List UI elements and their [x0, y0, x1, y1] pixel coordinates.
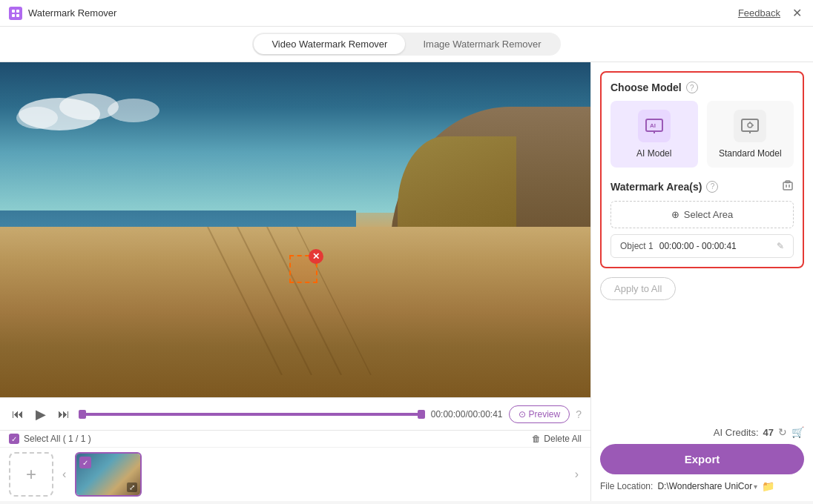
thumbnail-expand-icon: ⤢	[127, 483, 137, 492]
delete-all-label: Delete All	[544, 434, 582, 444]
preview-button[interactable]: ⊙ Preview	[509, 405, 570, 423]
svg-text:AI: AI	[650, 122, 656, 129]
tab-bar: Video Watermark Remover Image Watermark …	[0, 27, 813, 62]
tab-video-watermark[interactable]: Video Watermark Remover	[254, 34, 405, 54]
choose-model-title: Choose Model	[610, 82, 682, 93]
refresh-credits-icon[interactable]: ↻	[778, 426, 787, 438]
video-controls: ⏮ ▶ ⏭ 00:00:00/00:00:41 ⊙ Preview ?	[0, 397, 590, 430]
watermark-areas-header: Watermark Area(s) ?	[610, 179, 794, 193]
export-button[interactable]: Export	[600, 444, 804, 474]
main-content: ✕ ⏮ ▶ ⏭ 00:00:00/00:00:41 ⊙ Preview ?	[0, 62, 813, 501]
progress-container	[79, 413, 425, 416]
file-location-row: File Location: D:\Wondershare UniCor ▾ 📁	[600, 480, 804, 492]
file-location-label: File Location:	[600, 481, 653, 491]
svg-rect-1	[16, 10, 19, 13]
ai-credits-number: 47	[763, 427, 774, 438]
file-path-text: D:\Wondershare UniCor	[657, 481, 752, 491]
progress-track[interactable]	[79, 413, 425, 416]
strip-top-row: ✓ Select All ( 1 / 1 ) 🗑 Delete All	[0, 431, 590, 448]
title-bar-right: Feedback ✕	[738, 6, 804, 21]
apply-to-all-button[interactable]: Apply to All	[600, 277, 676, 300]
delete-all-button[interactable]: 🗑 Delete All	[532, 434, 582, 444]
select-area-button[interactable]: ⊕ Select Area	[610, 201, 794, 228]
watermark-header-left: Watermark Area(s) ?	[610, 181, 718, 193]
title-bar: Watermark Remover Feedback ✕	[0, 0, 813, 27]
strip-nav-right[interactable]: ›	[572, 466, 582, 483]
close-button[interactable]: ✕	[789, 6, 804, 21]
svg-line-10	[267, 227, 341, 375]
svg-rect-22	[783, 182, 792, 190]
delete-all-icon: 🗑	[532, 434, 541, 444]
path-dropdown-icon[interactable]: ▾	[754, 483, 757, 491]
svg-point-6	[16, 107, 58, 129]
file-path: D:\Wondershare UniCor ▾	[657, 481, 757, 491]
title-bar-left: Watermark Remover	[9, 7, 116, 20]
watermark-selection-box[interactable]: ✕	[289, 255, 317, 283]
file-strip: ✓ Select All ( 1 / 1 ) 🗑 Delete All + ‹ …	[0, 430, 590, 501]
preview-icon: ⊙	[519, 409, 526, 420]
standard-model-card[interactable]: Standard Model	[707, 101, 794, 168]
ai-model-icon: AI	[638, 110, 671, 142]
thumbnail-checkbox[interactable]: ✓	[79, 457, 91, 468]
ai-model-card[interactable]: AI AI Model	[610, 101, 698, 168]
svg-rect-3	[16, 14, 19, 17]
object-time: 00:00:00 - 00:00:41	[659, 241, 771, 251]
spacer	[600, 309, 804, 417]
svg-rect-2	[12, 14, 15, 17]
tab-image-watermark[interactable]: Image Watermark Remover	[405, 34, 559, 54]
bottom-right: AI Credits: 47 ↻ 🛒 Export File Location:…	[600, 426, 804, 492]
standard-model-label: Standard Model	[719, 148, 782, 159]
beach-tracks	[148, 227, 401, 375]
ai-model-label: AI Model	[636, 148, 671, 159]
watermark-areas-help[interactable]: ?	[706, 181, 718, 193]
select-all-label: Select All ( 1 / 1 )	[24, 434, 91, 444]
progress-fill	[79, 413, 425, 416]
preview-label: Preview	[529, 409, 561, 420]
prev-frame-button[interactable]: ⏮	[9, 406, 27, 422]
open-folder-icon[interactable]: 📁	[762, 480, 774, 492]
object-label: Object 1	[620, 241, 654, 251]
select-all-control[interactable]: ✓ Select All ( 1 / 1 )	[9, 434, 91, 444]
add-file-button[interactable]: +	[9, 452, 53, 497]
model-options: AI AI Model	[610, 101, 794, 168]
strip-nav-left[interactable]: ‹	[59, 466, 69, 483]
feedback-link[interactable]: Feedback	[738, 7, 780, 19]
next-frame-button[interactable]: ⏭	[55, 406, 73, 422]
progress-thumb-right[interactable]	[418, 410, 425, 419]
video-overlay: ✕	[0, 62, 590, 397]
svg-rect-16	[742, 119, 758, 131]
thumbnail-item[interactable]: ✓ ⤢	[75, 452, 142, 497]
strip-bottom-row: + ‹ ✓ ⤢ ›	[0, 448, 590, 501]
svg-line-8	[208, 227, 282, 375]
edit-time-icon[interactable]: ✎	[777, 241, 784, 251]
watermark-remove-icon[interactable]: ✕	[309, 249, 323, 264]
watermark-areas-title: Watermark Area(s)	[610, 181, 702, 193]
model-watermark-section: Choose Model ? AI AI Model	[600, 71, 804, 268]
time-display: 00:00:00/00:00:41	[431, 409, 503, 420]
play-button[interactable]: ▶	[33, 405, 49, 424]
clouds	[15, 84, 163, 144]
progress-thumb-left[interactable]	[79, 410, 86, 419]
app-title: Watermark Remover	[28, 7, 116, 19]
svg-line-9	[237, 227, 312, 375]
buy-credits-icon[interactable]: 🛒	[791, 426, 804, 438]
ai-credits-label: AI Credits:	[714, 427, 759, 438]
right-panel: Choose Model ? AI AI Model	[590, 62, 813, 501]
svg-point-7	[108, 99, 159, 122]
standard-model-icon	[734, 110, 766, 142]
select-area-label: Select Area	[684, 209, 734, 220]
video-area: ✕	[0, 62, 590, 397]
app-icon	[9, 7, 22, 20]
svg-rect-0	[12, 10, 15, 13]
choose-model-help[interactable]: ?	[686, 82, 698, 93]
crosshair-icon: ⊕	[671, 209, 679, 220]
svg-line-11	[297, 227, 371, 375]
left-column: ✕ ⏮ ▶ ⏭ 00:00:00/00:00:41 ⊙ Preview ?	[0, 62, 590, 501]
object-row: Object 1 00:00:00 - 00:00:41 ✎	[610, 234, 794, 258]
select-all-checkbox[interactable]: ✓	[9, 434, 19, 444]
ai-credits-row: AI Credits: 47 ↻ 🛒	[600, 426, 804, 438]
choose-model-header: Choose Model ?	[610, 82, 794, 93]
clear-watermarks-button[interactable]	[782, 179, 794, 193]
help-icon[interactable]: ?	[576, 408, 582, 420]
apply-section: Apply to All	[600, 277, 804, 300]
